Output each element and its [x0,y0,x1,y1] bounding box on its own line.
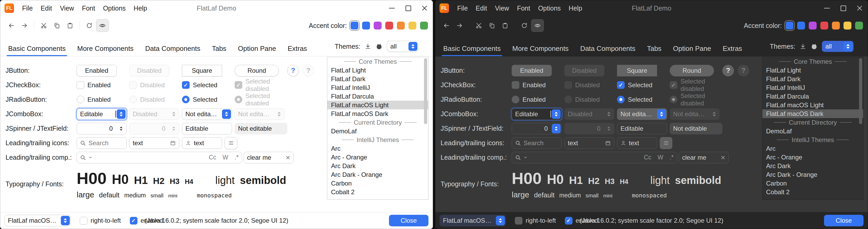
theme-item-arc-orange[interactable]: Arc - Orange [327,153,428,162]
close-button[interactable]: Close [389,215,429,226]
square-button[interactable]: Square [617,65,657,77]
editable-combobox[interactable]: Editable [512,108,562,120]
match-case-toggle[interactable]: Cc [209,154,216,161]
round-button[interactable]: Round [235,65,279,77]
show-hidden-toggle-button[interactable] [531,19,544,32]
theme-item-flatlaf-light[interactable]: FlatLaf Light [327,66,428,75]
refresh-button[interactable] [518,19,531,32]
theme-item-cobalt-2[interactable]: Cobalt 2 [327,188,428,196]
accent-swatch-orange[interactable] [832,22,840,30]
download-theme-button[interactable] [365,43,371,50]
theme-item-flatlaf-intellij[interactable]: FlatLaf IntelliJ [763,83,863,92]
clearable-field[interactable]: clear me× [679,152,729,163]
menu-edit[interactable]: Edit [472,0,491,16]
clearable-field[interactable]: clear me× [244,152,293,163]
search-field[interactable]: Search [76,137,127,149]
whole-word-toggle[interactable]: W [222,154,228,161]
accent-swatch-default[interactable] [785,22,794,30]
maximize-button[interactable] [400,0,416,16]
tab-extras[interactable]: Extras [717,41,748,56]
editable-textfield[interactable]: Editable [182,123,232,134]
right-to-left-checkbox[interactable]: right-to-left [515,217,556,225]
whole-word-toggle[interactable]: W [658,154,663,161]
show-hidden-toggle-button[interactable] [96,19,109,32]
match-case-toggle[interactable]: Cc [644,154,651,161]
close-button[interactable]: Close [824,215,864,226]
tab-option-pane[interactable]: Option Pane [667,41,717,56]
menu-help[interactable]: Help [130,0,151,16]
forward-button[interactable] [453,19,466,32]
chevron-down-icon[interactable] [89,155,92,160]
accent-swatch-yellow[interactable] [843,22,851,30]
list-button[interactable] [660,137,672,149]
theme-item-flatlaf-light[interactable]: FlatLaf Light [763,66,863,75]
checkbox-enabled[interactable]: Enabled [512,81,546,89]
spinner-arrows-icon[interactable] [552,124,561,133]
copy-button[interactable] [51,19,63,32]
theme-item-flatlaf-darcula[interactable]: FlatLaf Darcula [763,92,863,101]
themes-scrollbar[interactable] [859,58,862,198]
search-options-field[interactable]: Cc W .* [512,152,677,163]
maximize-button[interactable] [835,0,851,16]
date-field[interactable]: text [564,137,614,149]
close-window-button[interactable] [851,0,868,16]
back-button[interactable] [5,19,18,32]
theme-item-carbon[interactable]: Carbon [763,179,863,188]
minimize-button[interactable] [819,0,835,16]
calendar-icon[interactable] [170,140,176,146]
radio-enabled[interactable]: Enabled [76,96,111,103]
accent-swatch-yellow[interactable] [408,22,416,30]
themes-scrollbar[interactable] [424,58,427,198]
user-field[interactable]: text [182,137,222,149]
refresh-button[interactable] [83,19,96,32]
calendar-icon[interactable] [605,140,611,146]
help-button[interactable]: ? [287,65,299,77]
theme-item-flatlaf-dark[interactable]: FlatLaf Dark [763,75,863,83]
paste-button[interactable] [64,19,76,32]
menu-options[interactable]: Options [99,0,130,16]
spinner[interactable]: 0 [76,123,127,134]
accent-swatch-purple[interactable] [809,22,817,30]
theme-item-flatlaf-macos-dark[interactable]: FlatLaf macOS Dark [327,109,428,118]
accent-swatch-orange[interactable] [397,22,405,30]
cut-button[interactable] [37,19,50,32]
theme-item-demolaf[interactable]: DemoLaf [763,127,863,136]
accent-swatch-green[interactable] [855,22,863,30]
theme-item-flatlaf-intellij[interactable]: FlatLaf IntelliJ [327,83,428,92]
theme-item-carbon[interactable]: Carbon [327,179,428,188]
themes-filter-combo[interactable]: all [822,41,854,52]
theme-item-arc-orange[interactable]: Arc - Orange [763,153,863,162]
spinner[interactable]: 0 [512,123,562,134]
theme-item-flatlaf-darcula[interactable]: FlatLaf Darcula [327,92,428,101]
theme-item-arc-dark-orange[interactable]: Arc Dark - Orange [763,170,863,179]
menu-edit[interactable]: Edit [37,0,56,16]
accent-swatch-blue[interactable] [797,22,805,30]
noneditable-combobox[interactable]: Not editable [182,108,232,120]
right-to-left-checkbox[interactable]: right-to-left [80,217,121,225]
theme-item-flatlaf-macos-light[interactable]: FlatLaf macOS Light [327,101,428,109]
clear-icon[interactable]: × [720,154,725,162]
checkbox-selected[interactable]: Selected [182,81,217,89]
tab-data-components[interactable]: Data Components [575,41,641,56]
menu-file[interactable]: File [453,0,472,16]
tab-extras[interactable]: Extras [282,41,313,56]
menu-font[interactable]: Font [78,0,99,16]
theme-item-flatlaf-dark[interactable]: FlatLaf Dark [327,75,428,83]
spinner-arrows-icon[interactable] [117,124,126,133]
menu-file[interactable]: File [18,0,37,16]
regex-toggle[interactable]: .* [670,154,674,161]
theme-combobox[interactable]: FlatLaf macOS Li... [4,215,71,226]
tab-basic-components[interactable]: Basic Components [2,41,71,56]
accent-swatch-purple[interactable] [374,22,381,30]
theme-combobox[interactable]: FlatLaf macOS D... [439,215,506,226]
enabled-button[interactable]: Enabled [76,65,117,77]
theme-item-flatlaf-macos-dark[interactable]: FlatLaf macOS Dark [763,109,863,118]
list-button[interactable] [225,137,237,149]
themes-list[interactable]: Core Themes FlatLaf Light FlatLaf Dark F… [327,57,429,200]
radio-selected[interactable]: Selected [617,96,652,103]
theme-item-arc-dark[interactable]: Arc Dark [763,162,863,170]
paste-button[interactable] [499,19,512,32]
tab-more-components[interactable]: More Components [506,41,575,56]
menu-help[interactable]: Help [565,0,586,16]
checkbox-enabled[interactable]: Enabled [76,81,111,89]
